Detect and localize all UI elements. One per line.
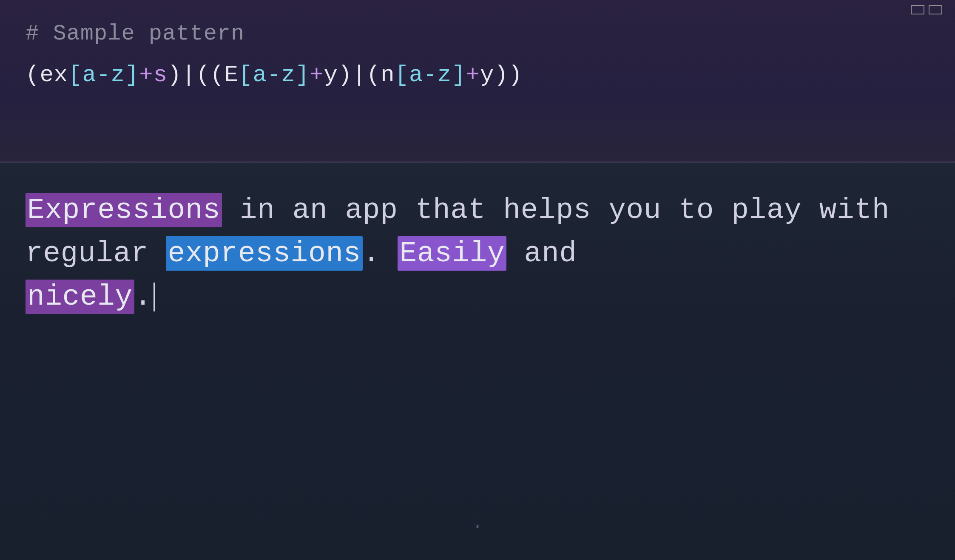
bracket-1: [a-z]	[68, 62, 139, 88]
text-and: and	[506, 237, 577, 270]
plus-3: +	[466, 62, 480, 88]
plus-2: +	[310, 62, 324, 88]
bottom-dot: ·	[472, 517, 483, 536]
bracket-3: [a-z]	[395, 62, 466, 88]
pattern-editor: # Sample pattern (ex[a-z]+s)|((E[a-z]+y)…	[0, 0, 955, 161]
text-editor[interactable]: Expressions in an app that helps you to …	[0, 163, 955, 560]
plus-1: +	[139, 62, 153, 88]
comment-line: # Sample pattern	[26, 21, 929, 46]
match-nicely: nicely	[26, 280, 134, 314]
comment-text: # Sample pattern	[26, 21, 244, 46]
paren-close-3: ))	[494, 62, 523, 88]
char-y1: y	[324, 62, 338, 88]
match-expressions-2: expressions	[166, 236, 362, 271]
paren-open: (	[26, 62, 40, 88]
paren-close-1: )	[168, 62, 182, 88]
text-period-2: .	[134, 280, 152, 313]
char-s: s	[153, 62, 168, 88]
bracket-2: [a-z]	[239, 62, 310, 88]
text-cursor	[153, 283, 155, 311]
pattern-line: (ex[a-z]+s)|((E[a-z]+y)|(n[a-z]+y))	[26, 59, 929, 91]
close-button[interactable]	[929, 5, 942, 14]
char-n: n	[381, 62, 395, 88]
paren-close-2: )	[338, 62, 352, 88]
char-y2: y	[480, 62, 494, 88]
match-easily: Easily	[398, 236, 506, 271]
match-expressions-1: Expressions	[26, 193, 222, 227]
paren-open-3: (	[367, 62, 381, 88]
text-that: that	[415, 194, 486, 226]
ex-text: ex	[40, 62, 68, 88]
restore-button[interactable]	[911, 5, 924, 14]
text-period-1: .	[363, 237, 398, 270]
window-controls	[911, 5, 942, 14]
pipe-1: |	[182, 62, 196, 88]
paren-open-2: ((	[196, 62, 225, 88]
pipe-2: |	[352, 62, 366, 88]
text-in-an-app: in an app	[222, 194, 415, 226]
char-e: E	[225, 62, 239, 88]
match-text: Expressions in an app that helps you to …	[26, 189, 929, 319]
